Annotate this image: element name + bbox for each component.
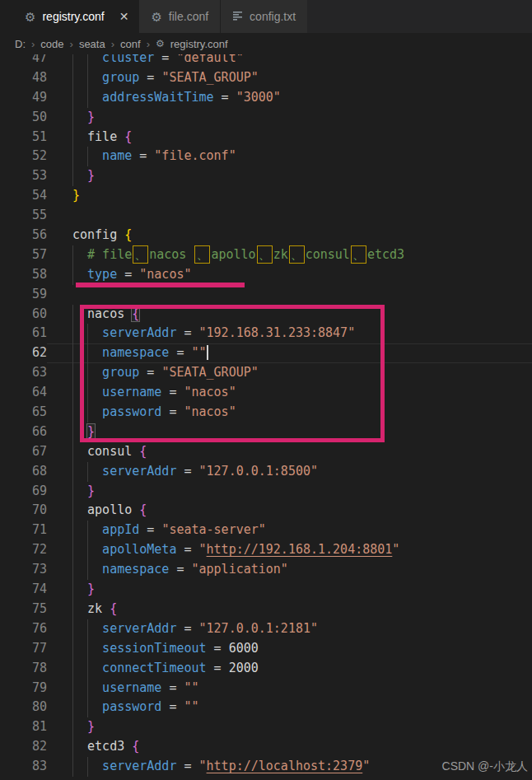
- indent-guide: [72, 737, 73, 757]
- code-line-content[interactable]: sessionTimeout = 6000: [47, 639, 532, 659]
- line-number: 84: [0, 777, 47, 780]
- code-line-content[interactable]: [47, 206, 532, 226]
- code-line-content[interactable]: serverAddr = "127.0.0.1:2181": [47, 619, 532, 639]
- code-line[interactable]: 68 serverAddr = "127.0.0.1:8500": [0, 462, 532, 482]
- code-line[interactable]: 57 # file、nacos 、apollo、zk、consul、etcd3: [0, 245, 532, 265]
- code-line-content[interactable]: file {: [47, 128, 532, 147]
- code-line-content[interactable]: }: [47, 166, 532, 186]
- code-line[interactable]: 78 connectTimeout = 2000: [0, 659, 532, 679]
- code-token: {: [139, 502, 147, 517]
- line-number: 69: [0, 482, 47, 502]
- code-line[interactable]: 47 cluster = "default": [0, 54, 532, 68]
- close-icon[interactable]: ✕: [119, 10, 129, 23]
- code-line[interactable]: 79 username = "": [0, 679, 532, 698]
- code-line[interactable]: 82 etcd3 {: [0, 737, 532, 757]
- code-line[interactable]: 59: [0, 285, 532, 305]
- indent-guide: [87, 147, 88, 166]
- code-token: {: [139, 444, 147, 459]
- line-number: 75: [0, 600, 47, 619]
- code-line-content[interactable]: group = "SEATA_GROUP": [47, 68, 532, 88]
- code-line-content[interactable]: zk {: [47, 600, 532, 619]
- code-line[interactable]: 72 apolloMeta = "http://192.168.1.204:88…: [0, 540, 532, 560]
- code-line-content[interactable]: # file、nacos 、apollo、zk、consul、etcd3: [47, 245, 532, 265]
- indent-guide: [87, 540, 88, 560]
- code-token: "nacos": [139, 267, 191, 282]
- code-line[interactable]: 70 apollo {: [0, 501, 532, 521]
- code-line-content[interactable]: }: [47, 717, 532, 737]
- code-line-content[interactable]: [47, 285, 532, 305]
- code-token: "": [184, 699, 198, 714]
- indent-guide: [72, 245, 73, 265]
- code-token: [72, 719, 87, 734]
- code-line[interactable]: 55: [0, 206, 532, 226]
- indent-guide: [87, 659, 88, 679]
- code-line-content[interactable]: name = "file.conf": [47, 147, 532, 166]
- code-token: nacos: [149, 247, 194, 262]
- code-line-content[interactable]: appId = "seata-server": [47, 521, 532, 540]
- breadcrumb-item-code[interactable]: code: [40, 38, 63, 50]
- code-token: }: [87, 719, 95, 734]
- code-line-content[interactable]: }: [47, 777, 532, 780]
- code-line[interactable]: 74 }: [0, 580, 532, 600]
- code-line[interactable]: 49 addressWaitTime = "3000": [0, 88, 532, 108]
- line-number: 81: [0, 717, 47, 737]
- breadcrumb-item-drive[interactable]: D:: [15, 38, 26, 50]
- code-line[interactable]: 51 file {: [0, 128, 532, 147]
- code-line-content[interactable]: apolloMeta = "http://192.168.1.204:8801": [47, 540, 532, 560]
- code-line-content[interactable]: config {: [47, 226, 532, 245]
- code-line[interactable]: 56config {: [0, 226, 532, 245]
- indent-guide: [72, 363, 73, 383]
- code-line-content[interactable]: }: [47, 482, 532, 502]
- code-line[interactable]: 52 name = "file.conf": [0, 147, 532, 166]
- code-line[interactable]: 80 password = "": [0, 698, 532, 717]
- code-line-content[interactable]: }: [47, 186, 532, 206]
- breadcrumb-item-seata[interactable]: seata: [79, 38, 105, 50]
- code-token: http://localhost:2379: [207, 759, 363, 773]
- indent-guide: [72, 619, 73, 639]
- code-line-content[interactable]: etcd3 {: [47, 737, 532, 757]
- code-line-content[interactable]: serverAddr = "127.0.0.1:8500": [47, 462, 532, 482]
- code-token: "file.conf": [154, 148, 236, 163]
- code-line[interactable]: 84}: [0, 777, 532, 780]
- code-line[interactable]: 75 zk {: [0, 600, 532, 619]
- code-line[interactable]: 54}: [0, 186, 532, 206]
- code-line[interactable]: 71 appId = "seata-server": [0, 521, 532, 540]
- code-line[interactable]: 67 consul {: [0, 442, 532, 462]
- indent-guide: [72, 305, 73, 325]
- code-line-content[interactable]: addressWaitTime = "3000": [47, 88, 532, 108]
- code-line[interactable]: 76 serverAddr = "127.0.0.1:2181": [0, 619, 532, 639]
- code-line[interactable]: 81 }: [0, 717, 532, 737]
- tab-config-txt[interactable]: config.txt: [220, 0, 307, 33]
- line-number: 74: [0, 580, 47, 600]
- code-line-content[interactable]: consul {: [47, 442, 532, 462]
- indent-guide: [72, 88, 73, 108]
- tab-registry-conf[interactable]: ⚙ registry.conf ✕: [0, 0, 138, 33]
- code-token: =: [161, 699, 184, 714]
- code-line-content[interactable]: }: [47, 108, 532, 128]
- breadcrumb-item-file[interactable]: registry.conf: [170, 38, 228, 50]
- code-line[interactable]: 69 }: [0, 482, 532, 502]
- breadcrumb-item-conf[interactable]: conf: [120, 38, 141, 50]
- code-line-content[interactable]: password = "": [47, 698, 532, 717]
- code-line-content[interactable]: connectTimeout = 2000: [47, 659, 532, 679]
- tab-file-conf[interactable]: ⚙ file.conf: [138, 0, 220, 33]
- code-line-content[interactable]: apollo {: [47, 501, 532, 521]
- indent-guide: [87, 560, 88, 580]
- code-line[interactable]: 48 group = "SEATA_GROUP": [0, 68, 532, 88]
- code-token: etcd3: [367, 247, 404, 262]
- code-token: 、: [289, 245, 305, 264]
- code-token: ": [362, 759, 370, 773]
- code-line-content[interactable]: cluster = "default": [47, 54, 532, 68]
- line-number: 73: [0, 560, 47, 580]
- code-line[interactable]: 50 }: [0, 108, 532, 128]
- code-line[interactable]: 53 }: [0, 166, 532, 186]
- code-token: ": [199, 542, 207, 557]
- code-line[interactable]: 77 sessionTimeout = 6000: [0, 639, 532, 659]
- code-token: "seata-server": [161, 522, 265, 537]
- code-line[interactable]: 73 namespace = "application": [0, 560, 532, 580]
- code-token: zk: [273, 247, 288, 262]
- code-line-content[interactable]: username = "": [47, 679, 532, 698]
- line-number: 79: [0, 679, 47, 698]
- code-line-content[interactable]: }: [47, 580, 532, 600]
- code-line-content[interactable]: namespace = "application": [47, 560, 532, 580]
